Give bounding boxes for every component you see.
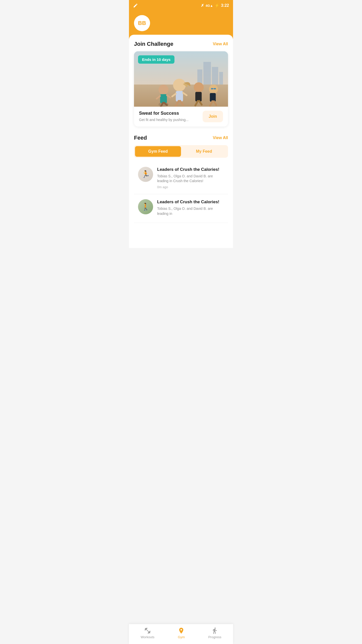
bluetooth-icon: ✗ [201, 3, 204, 8]
feed-title: Feed [134, 135, 147, 141]
feed-item-title-2: Leaders of Crush the Calories! [157, 199, 224, 205]
svg-line-9 [176, 101, 179, 106]
svg-point-13 [194, 82, 204, 92]
challenge-card: Ends in 10 days Sweat for Success Get fi… [134, 51, 228, 127]
feed-item-2[interactable]: Leaders of Crush the Calories! Tobias S.… [134, 194, 228, 223]
challenge-description: Get fit and healthy by pushing... [139, 117, 199, 123]
svg-line-12 [183, 93, 187, 95]
edit-icon [133, 3, 138, 8]
svg-point-1 [159, 85, 169, 95]
challenge-image: Ends in 10 days [134, 51, 228, 107]
svg-line-6 [167, 95, 170, 98]
feed-tabs: Gym Feed My Feed [134, 145, 228, 158]
main-content: Join Challenge View All [129, 35, 233, 248]
ends-badge: Ends in 10 days [138, 55, 174, 64]
feed-text-2: Leaders of Crush the Calories! Tobias S.… [157, 199, 224, 218]
feed-item-subtitle-2: Tobias S., Olga O. and David B. are lead… [157, 206, 224, 216]
svg-point-17 [209, 85, 218, 94]
svg-rect-14 [195, 92, 202, 101]
status-bar-left [133, 3, 138, 8]
running-people-svg [134, 65, 228, 107]
feed-header: Feed View All [134, 135, 228, 141]
feed-avatar-2 [138, 199, 153, 214]
svg-line-5 [157, 96, 160, 99]
svg-rect-2 [160, 94, 167, 103]
svg-line-16 [199, 101, 202, 104]
tab-my-feed[interactable]: My Feed [181, 146, 227, 157]
svg-point-7 [173, 79, 186, 92]
join-challenge-view-all[interactable]: View All [213, 42, 228, 46]
svg-line-11 [172, 94, 176, 97]
feed-avatar-1 [138, 167, 153, 182]
svg-line-15 [195, 101, 198, 105]
feed-item-title-1: Leaders of Crush the Calories! [157, 167, 224, 172]
svg-rect-21 [210, 93, 216, 102]
join-challenge-title: Join Challenge [134, 41, 173, 47]
status-time: 3:22 [221, 3, 229, 8]
avatar[interactable]: BB [134, 15, 150, 31]
svg-line-22 [210, 101, 212, 106]
join-challenge-header: Join Challenge View All [134, 41, 228, 47]
svg-line-23 [214, 101, 216, 105]
signal-icon: 4G▲ [206, 4, 213, 8]
feed-item-subtitle-1: Tobias S., Olga O. and David B. are lead… [157, 174, 224, 184]
join-button[interactable]: Join [203, 111, 223, 122]
svg-rect-18 [211, 88, 213, 89]
svg-rect-8 [176, 91, 183, 102]
tab-gym-feed[interactable]: Gym Feed [135, 146, 181, 157]
status-bar: ✗ 4G▲ ⚡ 3:22 [129, 0, 233, 11]
feed-text-1: Leaders of Crush the Calories! Tobias S.… [157, 167, 224, 189]
status-bar-right: ✗ 4G▲ ⚡ 3:22 [201, 3, 229, 8]
feed-item-1[interactable]: Leaders of Crush the Calories! Tobias S.… [134, 162, 228, 194]
svg-line-10 [180, 101, 183, 105]
avatar-initials: BB [138, 20, 146, 26]
feed-item-time-1: 0m ago [157, 185, 224, 189]
challenge-name: Sweat for Success [139, 111, 199, 116]
challenge-info: Sweat for Success Get fit and healthy by… [134, 107, 228, 127]
svg-rect-19 [214, 88, 216, 89]
challenge-text: Sweat for Success Get fit and healthy by… [139, 111, 199, 123]
feed-view-all[interactable]: View All [213, 136, 228, 140]
battery-icon: ⚡ [215, 3, 219, 8]
feed-section: Feed View All Gym Feed My Feed Leaders o… [134, 135, 228, 223]
